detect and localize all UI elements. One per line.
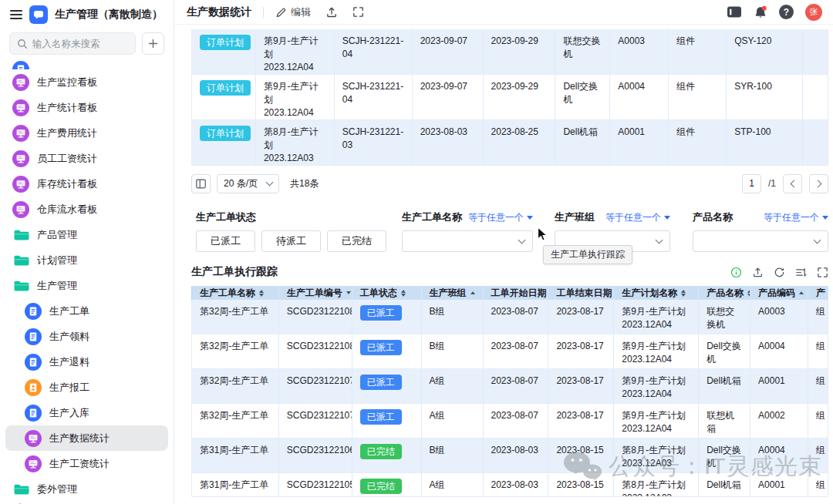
column-settings-button[interactable]	[191, 174, 211, 193]
table-cell: A0004	[750, 334, 808, 368]
table-cell	[803, 29, 828, 74]
search-input[interactable]	[32, 39, 128, 49]
table-row[interactable]: 订单计划第8月-生产计划 2023.12A03SCJH-231221- 0320…	[191, 120, 828, 166]
track-table-header: 生产工单执行跟踪	[191, 265, 828, 279]
panel-toggle-button[interactable]	[727, 5, 742, 18]
table-row[interactable]: 订单计划第9月-生产计划 2023.12A04SCJH-231221- 0420…	[191, 29, 828, 75]
table-cell: STP-100	[727, 120, 803, 165]
sidebar-item[interactable]: 生产监控看板	[5, 69, 168, 95]
add-button[interactable]	[142, 32, 164, 55]
column-header[interactable]: 工单结束日期	[548, 286, 614, 300]
filter-operator-link[interactable]: 等于任意一个	[468, 211, 533, 224]
sidebar-item[interactable]: 生产入库	[5, 400, 168, 425]
edit-button[interactable]: 编辑	[275, 5, 311, 19]
column-header[interactable]: 产品名称	[699, 286, 750, 300]
table-row[interactable]: 第31周-生产工单SCGD23122105已完结A组2023-08-032023…	[191, 473, 828, 497]
column-header[interactable]: 产	[808, 286, 828, 300]
table-row[interactable]: 第32周-生产工单SCGD23122107已派工A组2023-08-072023…	[191, 404, 828, 438]
table-cell: 组	[808, 404, 828, 438]
column-header[interactable]: 工单状态	[352, 286, 422, 300]
table-cell	[803, 120, 828, 165]
table-cell: Dell交换机	[699, 334, 750, 368]
table-fullscreen-button[interactable]	[817, 267, 828, 278]
sidebar-item[interactable]: 库存统计看板	[5, 171, 168, 197]
table-row[interactable]: 第32周-生产工单SCGD23122108已派工B组2023-08-072023…	[191, 334, 828, 369]
table-cell: 第8月-生产计划 2023.12A03	[614, 473, 699, 496]
sidebar-item[interactable]: 生产费用统计	[5, 120, 168, 146]
filter-select[interactable]	[693, 230, 828, 252]
filter-group: 生产工单名称 等于任意一个	[402, 211, 533, 252]
search-icon	[17, 39, 28, 49]
column-header[interactable]: 生产工单名称	[192, 286, 279, 300]
column-header[interactable]: 产品编码	[750, 286, 808, 300]
table-cell: SCGD23122108	[279, 334, 352, 368]
table-cell: 第32周-生产工单	[192, 369, 279, 403]
table-row[interactable]: 第32周-生产工单SCGD23122107已派工A组2023-08-072023…	[191, 369, 828, 404]
sidebar-item-partial[interactable]	[5, 59, 168, 69]
plan-table-pagination: 20 条/页 共18条 1 /1	[191, 172, 828, 195]
share-button[interactable]	[325, 6, 338, 18]
sort-asc-icon	[470, 291, 475, 294]
sidebar-item[interactable]: 生产领料	[5, 324, 168, 349]
upload-icon	[752, 267, 764, 278]
filter-label: 生产工单名称	[402, 210, 462, 224]
sidebar-menu: 生产监控看板 生产统计看板 生产费用统计 员工工资统计 库存统计看板 仓库流水看…	[0, 59, 174, 504]
filter-operator-link[interactable]: 等于任意一个	[764, 211, 828, 224]
help-button[interactable]: ?	[779, 5, 794, 19]
status-filter-button[interactable]: 已派工	[196, 230, 255, 252]
sidebar-item[interactable]: 生产管理	[5, 273, 168, 298]
avatar[interactable]: 张	[805, 4, 822, 21]
export-button[interactable]	[752, 267, 764, 278]
sidebar-item[interactable]: 生产统计看板	[5, 95, 168, 120]
next-page-button[interactable]	[809, 174, 828, 193]
table-row[interactable]: 订单计划第9月-生产计划 2023.12A04SCJH-231221- 0420…	[191, 75, 828, 120]
table-cell: A0001	[610, 120, 669, 165]
topbar: 生产数据统计 编辑 ? 张	[174, 0, 833, 25]
table-cell: 2023-08-17	[548, 334, 614, 368]
page-size-select[interactable]: 20 条/页	[217, 174, 279, 193]
table-cell: 2023-09-07	[413, 29, 484, 74]
sidebar-item[interactable]: 委外管理	[5, 476, 168, 502]
sidebar-item[interactable]: 生产工单	[5, 298, 168, 324]
dashboard-icon	[12, 176, 29, 193]
column-header[interactable]: 生产班组	[422, 286, 484, 300]
column-header[interactable]: 生产计划名称	[614, 286, 699, 300]
table-cell: Dell机箱	[699, 473, 750, 496]
table-cell: 已派工	[352, 369, 422, 403]
sidebar-item[interactable]: 生产数据统计	[5, 425, 168, 451]
column-header[interactable]: 生产工单编号	[279, 286, 352, 300]
search-input-wrap[interactable]	[9, 32, 136, 55]
filter-select[interactable]	[402, 230, 533, 252]
main-area: 生产数据统计 编辑 ? 张	[174, 0, 833, 504]
sort-order-button[interactable]	[795, 267, 807, 278]
table-cell: A0003	[610, 29, 669, 74]
sort-icon	[259, 290, 264, 297]
notifications-button[interactable]	[754, 5, 767, 19]
current-page[interactable]: 1	[742, 174, 761, 193]
sidebar-item[interactable]: 产品管理	[5, 222, 168, 247]
sidebar-item[interactable]: 员工工资统计	[5, 146, 168, 171]
refresh-button[interactable]	[774, 267, 785, 278]
sidebar-item[interactable]: 生产工资统计	[5, 451, 168, 476]
menu-toggle-icon[interactable]	[10, 10, 22, 19]
page-title: 生产数据统计	[187, 5, 251, 19]
sidebar-item-label: 仓库流水看板	[37, 203, 97, 217]
table-cell: 组件	[669, 75, 727, 119]
table-cell: 2023-08-07	[484, 334, 549, 368]
status-filter-button[interactable]: 待派工	[261, 230, 321, 252]
table-cell: 组件	[669, 120, 727, 165]
column-header[interactable]: 工单开始日期	[484, 286, 549, 300]
status-filter-button[interactable]: 已完结	[327, 230, 386, 252]
table-row[interactable]: 第32周-生产工单SCGD23122108已派工B组2023-08-072023…	[191, 300, 828, 334]
sidebar-item[interactable]: 仓库流水看板	[5, 197, 168, 222]
track-table: 生产工单名称生产工单编号工单状态生产班组工单开始日期工单结束日期生产计划名称产品…	[191, 286, 828, 497]
table-row[interactable]: 第31周-生产工单SCGD23122106已完结B组2023-08-032023…	[191, 438, 828, 473]
filter-operator-link[interactable]: 等于任意一个	[605, 211, 670, 224]
sidebar-item[interactable]: 计划管理	[5, 247, 168, 273]
fullscreen-button[interactable]	[352, 6, 364, 18]
prev-page-button[interactable]	[783, 174, 802, 193]
sidebar-item[interactable]: 生产报工	[5, 375, 168, 400]
info-button[interactable]	[730, 267, 742, 278]
sidebar-item[interactable]: 生产退料	[5, 349, 168, 375]
caret-down-icon	[822, 216, 828, 220]
